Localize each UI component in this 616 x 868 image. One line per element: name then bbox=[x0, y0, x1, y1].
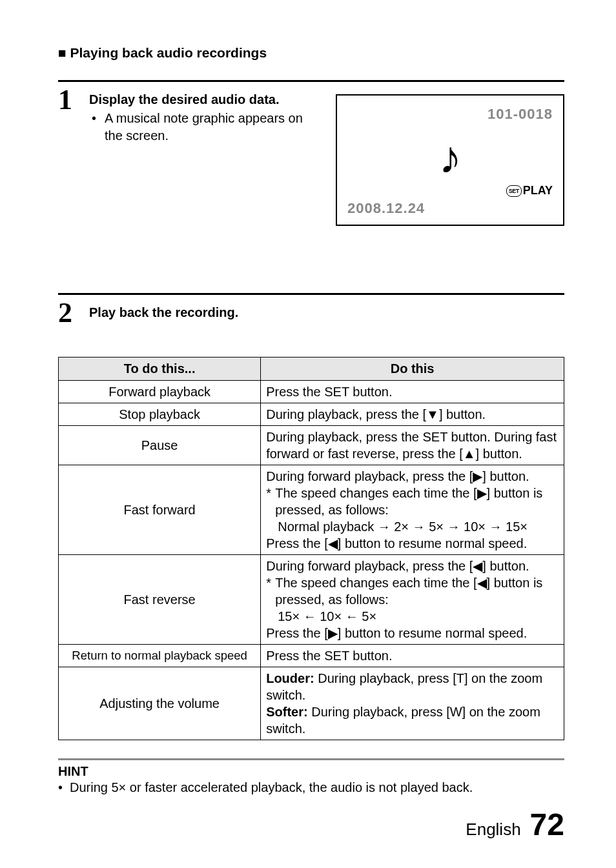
line: During forward playback, press the [◀] b… bbox=[266, 558, 559, 574]
device-screen-mock: 101-0018 ♪ SET PLAY 2008.12.24 bbox=[336, 94, 564, 226]
row-action: Forward playback bbox=[59, 381, 261, 403]
screen-play-indicator: SET PLAY bbox=[506, 184, 553, 197]
line: Press the [▶] button to resume normal sp… bbox=[266, 625, 559, 641]
table-row: Adjusting the volume Louder: During play… bbox=[59, 667, 564, 740]
step-2: 2 Play back the recording. bbox=[58, 299, 564, 327]
line: 15× ← 10× ← 5× bbox=[266, 608, 559, 625]
row-action: Stop playback bbox=[59, 403, 261, 426]
row-instruction: Press the SET button. bbox=[261, 645, 564, 667]
table-row: Stop playback During playback, press the… bbox=[59, 403, 564, 426]
row-instruction: Louder: During playback, press [T] on th… bbox=[261, 667, 564, 740]
row-action: Adjusting the volume bbox=[59, 667, 261, 740]
row-action: Fast forward bbox=[59, 465, 261, 555]
bullet-dot: • bbox=[58, 780, 70, 795]
screen-date: 2008.12.24 bbox=[347, 200, 425, 217]
rule-above-step2 bbox=[58, 293, 564, 295]
line: The speed changes each time the [◀] butt… bbox=[275, 574, 559, 608]
step-number: 1 bbox=[58, 86, 89, 114]
table-row: Fast reverse During forward playback, pr… bbox=[59, 555, 564, 645]
row-instruction: During playback, press the SET button. D… bbox=[261, 426, 564, 465]
table-row: Forward playback Press the SET button. bbox=[59, 381, 564, 403]
label-louder: Louder: bbox=[266, 671, 314, 685]
rule-above-step1 bbox=[58, 80, 564, 82]
row-instruction: During forward playback, press the [▶] b… bbox=[261, 465, 564, 555]
hint-body: • During 5× or faster accelerated playba… bbox=[58, 780, 564, 795]
row-instruction: During playback, press the [▼] button. bbox=[261, 403, 564, 426]
footer-page-number: 72 bbox=[530, 807, 564, 842]
asterisk: * bbox=[266, 574, 275, 608]
asterisk: * bbox=[266, 485, 275, 518]
table-row: Fast forward During forward playback, pr… bbox=[59, 465, 564, 555]
line: Press the [◀] button to resume normal sp… bbox=[266, 535, 559, 552]
table-header-row: To do this... Do this bbox=[59, 358, 564, 381]
text-softer: During playback, press [W] on the zoom s… bbox=[266, 705, 540, 736]
hint-title: HINT bbox=[58, 764, 564, 779]
section-subheading: ■ Playing back audio recordings bbox=[58, 45, 564, 61]
set-icon: SET bbox=[506, 185, 522, 197]
line: The speed changes each time the [▶] butt… bbox=[275, 485, 559, 518]
line: Normal playback → 2× → 5× → 10× → 15× bbox=[266, 518, 559, 535]
screen-file-id: 101-0018 bbox=[488, 106, 553, 123]
controls-table: To do this... Do this Forward playback P… bbox=[58, 357, 564, 740]
page-footer: English 72 bbox=[466, 807, 564, 842]
bullet-text: A musical note graphic appears on the sc… bbox=[105, 110, 311, 145]
table-row: Return to normal playback speed Press th… bbox=[59, 645, 564, 667]
row-action: Fast reverse bbox=[59, 555, 261, 645]
row-action: Pause bbox=[59, 426, 261, 465]
footer-language: English bbox=[466, 820, 520, 840]
hint-text: During 5× or faster accelerated playback… bbox=[70, 780, 473, 795]
row-instruction: Press the SET button. bbox=[261, 381, 564, 403]
step-number: 2 bbox=[58, 299, 89, 327]
table-row: Pause During playback, press the SET but… bbox=[59, 426, 564, 465]
row-instruction: During forward playback, press the [◀] b… bbox=[261, 555, 564, 645]
bullet-square: ■ bbox=[58, 45, 67, 60]
header-right: Do this bbox=[261, 358, 564, 381]
hint-rule bbox=[58, 758, 564, 760]
subhead-text: Playing back audio recordings bbox=[70, 45, 267, 60]
music-note-icon: ♪ bbox=[439, 135, 462, 180]
step-title: Play back the recording. bbox=[89, 305, 564, 320]
play-label: PLAY bbox=[523, 184, 553, 197]
header-left: To do this... bbox=[59, 358, 261, 381]
label-softer: Softer: bbox=[266, 705, 307, 719]
bullet-dot: • bbox=[89, 110, 105, 145]
line: During forward playback, press the [▶] b… bbox=[266, 468, 559, 485]
row-action: Return to normal playback speed bbox=[59, 645, 261, 667]
